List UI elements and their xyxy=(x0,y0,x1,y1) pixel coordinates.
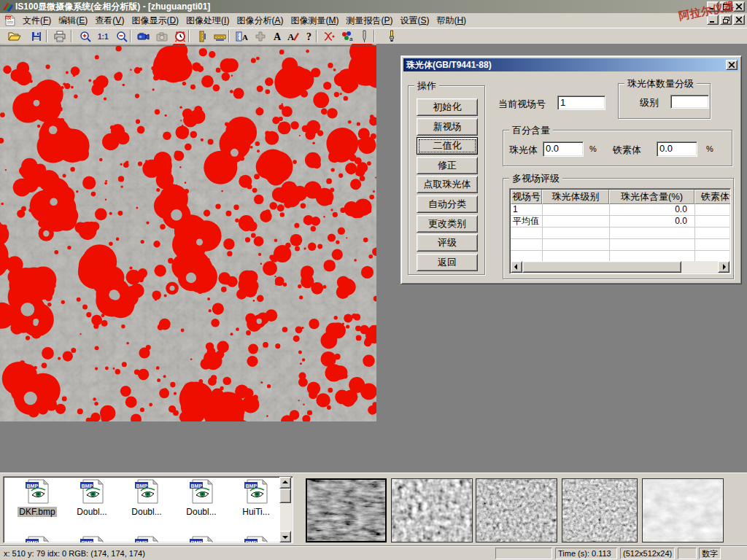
document-icon[interactable]: DOC xyxy=(4,15,16,26)
gray-cross-icon[interactable] xyxy=(252,29,269,44)
file-item[interactable]: BMPDoubl... xyxy=(175,479,228,517)
table-header-3[interactable]: 珠光体含量(%) xyxy=(609,190,694,204)
rgb-dots-icon[interactable]: a xyxy=(338,29,356,44)
bottom-panel: BMPDKF.bmpBMPBMPDoubl...BMPBMPDoubl...BM… xyxy=(0,472,747,545)
print-icon[interactable] xyxy=(51,29,69,44)
open-icon[interactable] xyxy=(6,29,23,44)
menu-item-6[interactable]: 图像分析(A) xyxy=(233,13,287,28)
text-edit-icon[interactable]: A xyxy=(285,29,302,44)
caliper-vertical-icon[interactable] xyxy=(193,29,211,44)
scroll-right-button[interactable] xyxy=(718,261,729,273)
menu-item-3[interactable]: 查看(V) xyxy=(91,13,128,28)
mdi-close-button[interactable] xyxy=(733,15,745,25)
file-item-row2[interactable]: BMP xyxy=(66,536,118,543)
table-header-4[interactable]: 铁素体含量(%) xyxy=(694,190,731,204)
save-icon[interactable] xyxy=(28,29,45,44)
multi-field-legend: 多视场评级 xyxy=(509,173,562,184)
dialog-close-button[interactable] xyxy=(726,60,738,70)
camera-icon[interactable] xyxy=(153,29,171,44)
brush-icon[interactable] xyxy=(383,29,400,44)
toolbar-separator xyxy=(374,30,375,42)
video-camera-icon[interactable] xyxy=(135,29,152,44)
ferrite-label: 铁素体 xyxy=(613,144,641,157)
scroll-thumb[interactable] xyxy=(522,261,681,273)
dialog-button-2[interactable]: 新视场 xyxy=(417,118,478,136)
file-item[interactable]: BMPHuiTi... xyxy=(230,479,282,517)
dialog-button-8[interactable]: 评级 xyxy=(417,234,478,252)
dialog-button-7[interactable]: 更改类别 xyxy=(417,215,478,233)
thumbnail-2[interactable] xyxy=(391,478,473,542)
toolbar-separator xyxy=(130,30,131,42)
dialog-button-5[interactable]: 点取珠光体 xyxy=(417,176,478,193)
scroll-up-button[interactable] xyxy=(279,477,291,489)
micrograph-image[interactable] xyxy=(0,44,376,421)
dialog-titlebar[interactable]: 珠光体(GB/T9441-88) xyxy=(403,58,739,71)
file-item[interactable]: BMPDoubl... xyxy=(66,479,118,517)
dialog-button-4[interactable]: 修正 xyxy=(417,157,478,174)
scroll-down-button[interactable] xyxy=(279,531,291,542)
status-time: Time (s): 0.113 xyxy=(555,548,617,559)
svg-text:BMP: BMP xyxy=(82,483,93,489)
file-item-row2[interactable]: BMP xyxy=(11,536,63,543)
zoom-out-icon[interactable] xyxy=(113,29,131,44)
file-name[interactable]: HuiTi... xyxy=(241,507,271,517)
ferrite-input[interactable]: 0.0 xyxy=(657,141,697,157)
thumbnail-5[interactable] xyxy=(642,478,724,542)
bmp-file-icon: BMP xyxy=(79,479,105,504)
dialog-button-9[interactable]: 返回 xyxy=(417,254,478,271)
window-title: IS100显微摄像系统(金相分析版) - [zhuguangti01] xyxy=(15,1,210,13)
dialog-button-1[interactable]: 初始化 xyxy=(417,98,478,116)
pen-icon[interactable] xyxy=(355,29,373,44)
file-item-row2[interactable]: BMP xyxy=(120,536,173,543)
file-item-row2[interactable]: BMP xyxy=(230,536,282,543)
mdi-restore-button[interactable] xyxy=(720,15,732,25)
file-name[interactable]: Doubl... xyxy=(130,507,163,517)
table-header-2[interactable]: 珠光体级别 xyxy=(542,190,609,204)
red-curve-icon[interactable] xyxy=(321,29,338,44)
bmp-file-icon: BMP xyxy=(188,479,214,504)
svg-text:BMP: BMP xyxy=(27,483,39,489)
file-name[interactable]: Doubl... xyxy=(185,507,217,517)
menu-item-2[interactable]: 编辑(E) xyxy=(55,13,91,28)
thumbnail-3[interactable] xyxy=(476,478,557,542)
table-row[interactable]: 平均值0.0 xyxy=(511,216,729,228)
measure-ruler-icon[interactable]: A xyxy=(233,29,251,44)
pearlite-input[interactable]: 0.0 xyxy=(543,141,584,157)
operations-group: 操作 初始化新视场二值化修正点取珠光体自动分类更改类别评级返回 xyxy=(408,85,485,275)
menu-item-9[interactable]: 设置(S) xyxy=(396,13,433,28)
thumbnail-1[interactable] xyxy=(306,478,387,542)
file-item[interactable]: BMPDKF.bmp xyxy=(11,479,63,517)
file-name[interactable]: DKF.bmp xyxy=(18,507,56,517)
file-list: BMPDKF.bmpBMPBMPDoubl...BMPBMPDoubl...BM… xyxy=(3,476,293,543)
thumbnail-4[interactable] xyxy=(562,478,638,542)
bmp-file-icon: BMP xyxy=(24,479,50,504)
svg-text:1:1: 1:1 xyxy=(98,33,109,41)
current-field-input[interactable]: 1 xyxy=(557,96,605,110)
table-hscrollbar[interactable] xyxy=(511,261,729,273)
grade-input[interactable] xyxy=(670,95,709,109)
menu-item-5[interactable]: 图像处理(I) xyxy=(182,13,233,28)
file-list-scrollbar[interactable] xyxy=(280,478,292,542)
rating-table[interactable]: 视场号珠光体级别珠光体含量(%)铁素体含量(%)10.0平均值0.0 xyxy=(509,188,731,274)
vscroll-thumb[interactable] xyxy=(279,489,291,503)
menu-item-10[interactable]: 帮助(H) xyxy=(433,13,470,28)
actual-size-icon[interactable]: 1:1 xyxy=(95,29,112,44)
dialog-button-6[interactable]: 自动分类 xyxy=(417,195,478,213)
file-item-row2[interactable]: BMP xyxy=(175,536,228,543)
clock-icon[interactable] xyxy=(171,29,189,44)
dialog-button-3[interactable]: 二值化 xyxy=(417,137,478,155)
menu-item-1[interactable]: 文件(F) xyxy=(19,13,55,28)
zoom-in-icon[interactable] xyxy=(77,29,94,44)
file-name[interactable]: Doubl... xyxy=(75,507,108,517)
file-item[interactable]: BMPDoubl... xyxy=(120,479,173,517)
table-header-1[interactable]: 视场号 xyxy=(511,190,542,204)
menu-item-8[interactable]: 测量报告(P) xyxy=(342,13,396,28)
text-a-icon[interactable]: A xyxy=(268,29,286,44)
menu-item-7[interactable]: 图像测量(M) xyxy=(287,13,342,28)
pearlite-label: 珠光体 xyxy=(509,144,538,157)
menu-item-4[interactable]: 图像显示(D) xyxy=(128,13,182,28)
caliper-horizontal-icon[interactable] xyxy=(212,29,229,44)
scroll-left-button[interactable] xyxy=(511,261,522,273)
svg-text:a: a xyxy=(349,36,353,42)
table-row[interactable]: 10.0 xyxy=(511,204,729,216)
